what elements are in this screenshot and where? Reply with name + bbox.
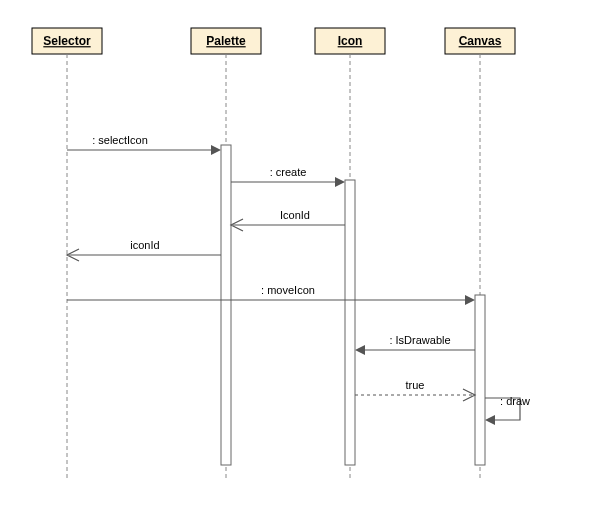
activation-icon bbox=[345, 180, 355, 465]
message-IconId-return: IconId bbox=[231, 209, 345, 231]
message-IsDrawable: : IsDrawable bbox=[355, 334, 475, 355]
lifeline-label: Palette bbox=[206, 34, 246, 48]
message-label: iconId bbox=[130, 239, 159, 251]
svg-marker-15 bbox=[465, 295, 475, 305]
message-create: : create bbox=[231, 166, 345, 187]
message-moveIcon: : moveIcon bbox=[67, 284, 475, 305]
svg-marker-9 bbox=[211, 145, 221, 155]
lifeline-label: Canvas bbox=[459, 34, 502, 48]
message-label: : IsDrawable bbox=[389, 334, 450, 346]
message-iconId-return: iconId bbox=[67, 239, 221, 261]
svg-marker-11 bbox=[335, 177, 345, 187]
message-label: : moveIcon bbox=[261, 284, 315, 296]
svg-marker-17 bbox=[355, 345, 365, 355]
activation-palette bbox=[221, 145, 231, 465]
message-label: : selectIcon bbox=[92, 134, 148, 146]
message-label: true bbox=[406, 379, 425, 391]
message-selectIcon: : selectIcon bbox=[67, 134, 221, 155]
message-label: IconId bbox=[280, 209, 310, 221]
activation-canvas bbox=[475, 295, 485, 465]
message-label: : draw bbox=[500, 395, 530, 407]
svg-marker-19 bbox=[485, 415, 495, 425]
message-label: : create bbox=[270, 166, 307, 178]
message-true-return: true bbox=[355, 379, 475, 401]
lifeline-selector: Selector bbox=[32, 28, 102, 480]
sequence-diagram: Selector Palette Icon Canvas : selectIco… bbox=[0, 0, 600, 510]
lifeline-label: Icon bbox=[338, 34, 363, 48]
lifeline-label: Selector bbox=[43, 34, 91, 48]
message-draw-self: : draw bbox=[485, 395, 530, 425]
